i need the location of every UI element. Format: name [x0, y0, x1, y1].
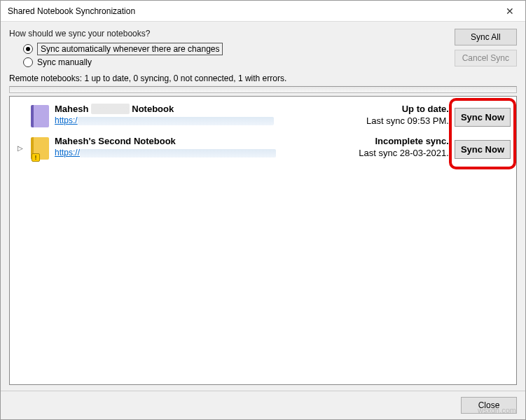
status-main: Up to date. [337, 104, 449, 114]
redacted-url [80, 149, 276, 158]
notebook-row: Mahesh xxxxxxx Notebook https:/ Up to da… [13, 99, 513, 132]
radio-auto[interactable] [23, 44, 33, 54]
dialog-footer: Close [1, 391, 525, 419]
sync-now-button[interactable]: Sync Now [455, 140, 511, 159]
notebook-link[interactable]: https:/ [55, 115, 331, 125]
redacted-text: xxxxxxx [91, 104, 130, 114]
dialog-title: Shared Notebook Synchronization [8, 6, 494, 16]
status-sub: Last sync 28-03-2021. [337, 148, 449, 158]
dialog-content: How should we sync your notebooks? Sync … [1, 22, 525, 391]
notebook-status: Incomplete sync. Last sync 28-03-2021. [337, 136, 449, 158]
close-icon[interactable]: ✕ [494, 1, 525, 22]
radio-auto-label: Sync automatically whenever there are ch… [37, 43, 223, 55]
divider [9, 86, 517, 93]
sync-dialog: Shared Notebook Synchronization ✕ How sh… [0, 0, 526, 420]
expand-placeholder [15, 104, 25, 112]
status-main: Incomplete sync. [337, 136, 449, 146]
notebook-title: Mahesh xxxxxxx Notebook [55, 104, 331, 114]
status-summary: Remote notebooks: 1 up to date, 0 syncin… [9, 74, 517, 83]
notebook-status: Up to date. Last sync 09:53 PM. [337, 104, 449, 126]
radio-auto-row[interactable]: Sync automatically whenever there are ch… [23, 43, 448, 55]
notebook-title: Mahesh's Second Notebook [55, 136, 331, 146]
redacted-url [78, 117, 274, 125]
watermark: wsxdn.com [478, 406, 516, 414]
radio-manual-row[interactable]: Sync manually [23, 57, 448, 67]
cancel-sync-button: Cancel Sync [455, 50, 517, 66]
titlebar: Shared Notebook Synchronization ✕ [1, 1, 525, 22]
chevron-right-icon: ▷ [18, 144, 23, 152]
warning-icon: ! [32, 153, 40, 162]
status-sub: Last sync 09:53 PM. [337, 115, 449, 126]
notebook-link[interactable]: https:// [55, 148, 331, 158]
notebook-list: Mahesh xxxxxxx Notebook https:/ Up to da… [9, 96, 517, 385]
notebook-icon [31, 105, 49, 127]
notebook-icon: ! [31, 137, 49, 160]
radio-manual-label: Sync manually [37, 57, 92, 67]
sync-question: How should we sync your notebooks? [9, 29, 448, 38]
sync-all-button[interactable]: Sync All [455, 29, 517, 46]
notebook-row: ▷ ! Mahesh's Second Notebook https:// In… [13, 132, 513, 164]
sync-now-button[interactable]: Sync Now [455, 108, 511, 127]
radio-manual[interactable] [23, 57, 33, 67]
expand-toggle[interactable]: ▷ [15, 136, 25, 152]
